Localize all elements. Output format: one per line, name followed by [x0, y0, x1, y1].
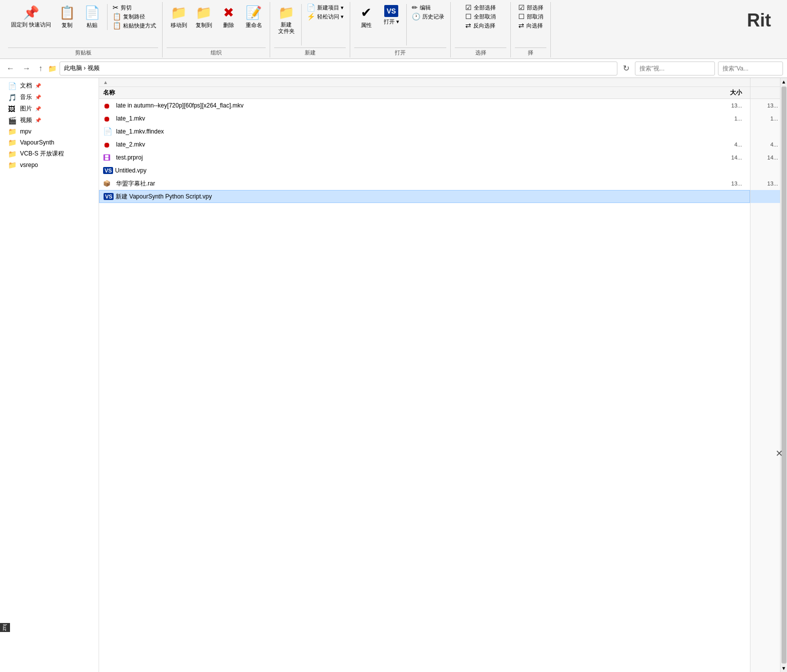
scroll-down-button[interactable]: ▼	[780, 664, 787, 672]
paste-shortcut-icon: 📋	[113, 22, 121, 30]
file-row-4[interactable]: ⏺ late_2.mkv 4...	[99, 138, 750, 151]
file-size-5: 14...	[706, 154, 746, 160]
cut-button[interactable]: ✂ 剪切	[111, 3, 158, 12]
partial-cancel-icon: ☐	[518, 12, 525, 20]
address-path-input[interactable]	[60, 62, 617, 76]
ribbon: 📌 固定到 快速访问 📋 复制 📄 粘贴 ✂ 剪切	[0, 0, 787, 59]
mpv-icon: 📁	[8, 128, 17, 136]
sort-arrow-row: ▲	[99, 78, 750, 87]
file-icon-vpy2: VS	[104, 193, 114, 200]
partial-select-icon: ☑	[518, 4, 525, 12]
partial-cancel-button[interactable]: ☐ 部取消	[516, 12, 545, 21]
partial-invert-button[interactable]: ⇄ 向选择	[516, 21, 545, 30]
partial-select-button[interactable]: ☑ 部选择	[516, 3, 545, 12]
file-row-8[interactable]: VS 新建 VapourSynth Python Script.vpy	[99, 190, 750, 203]
invert-select-button[interactable]: ⇄ 反向选择	[463, 21, 498, 30]
new-item-icon: 📄	[307, 4, 315, 12]
sidebar-item-mpv[interactable]: 📁 mpv	[0, 126, 99, 137]
pin-indicator: 📌	[35, 83, 41, 88]
sidebar-item-documents[interactable]: 📄 文档 📌	[0, 80, 99, 92]
address-bar: ← → ↑ 📁 ↻	[0, 59, 787, 78]
sidebar-item-videos[interactable]: 🎬 视频 📌	[0, 114, 99, 126]
open-button[interactable]: VS 打开 ▾	[379, 3, 403, 28]
left-edge-label: luz	[0, 623, 10, 632]
new-folder-button[interactable]: 📁 新建文件夹	[274, 3, 298, 36]
delete-button[interactable]: ✖ 删除	[217, 3, 241, 31]
copy-to-button[interactable]: 📁 复制到	[192, 3, 216, 31]
col-size-header[interactable]: 大小	[706, 88, 746, 97]
paste-shortcut-button[interactable]: 📋 粘贴快捷方式	[111, 21, 158, 30]
up-button[interactable]: ↑	[36, 63, 45, 74]
file-icon-mkv3: ⏺	[103, 140, 113, 149]
search-input-2[interactable]	[718, 62, 783, 76]
size-row-6	[750, 164, 780, 177]
sidebar-item-pictures[interactable]: 🖼 图片 📌	[0, 103, 99, 114]
file-name-5: test.prproj	[116, 154, 706, 161]
clipboard-label: 剪贴板	[8, 48, 158, 56]
properties-button[interactable]: ✔ 属性	[354, 3, 378, 31]
file-row-6[interactable]: VS Untitled.vpy	[99, 164, 750, 177]
size-row-1: 13...	[750, 99, 780, 112]
divider	[107, 4, 108, 30]
copy-button[interactable]: 📋 复制	[55, 3, 79, 31]
partial-buttons: ☑ 部选择 ☐ 部取消 ⇄ 向选择	[516, 3, 545, 30]
back-button[interactable]: ←	[4, 63, 17, 74]
partial-invert-icon: ⇄	[518, 22, 524, 30]
scroll-thumb[interactable]	[781, 86, 786, 664]
rename-icon: 📝	[246, 5, 262, 20]
deselect-all-button[interactable]: ☐ 全部取消	[463, 12, 498, 21]
file-name-2: late_1.mkv	[116, 115, 706, 122]
vsrepo-icon: 📁	[8, 161, 17, 169]
ribbon-group-new: 📁 新建文件夹 📄 新建项目 ▾ ⚡ 轻松访问 ▾ 新建	[270, 2, 350, 58]
forward-button[interactable]: →	[20, 63, 33, 74]
history-button[interactable]: 🕐 历史记录	[410, 12, 446, 21]
new-label: 新建	[274, 48, 346, 56]
sidebar-item-label: VapourSynth	[20, 139, 55, 146]
rename-button[interactable]: 📝 重命名	[242, 3, 266, 31]
scroll-up-button[interactable]: ▲	[780, 78, 787, 86]
paste-icon: 📄	[84, 5, 100, 20]
search-input[interactable]	[635, 62, 715, 76]
sidebar-item-label: vsrepo	[20, 162, 38, 168]
easy-access-icon: ⚡	[307, 12, 315, 20]
vertical-scrollbar[interactable]: ▲ ▼	[780, 78, 787, 672]
sidebar-item-vsrepo[interactable]: 📁 vsrepo	[0, 160, 99, 170]
edit-icon: ✏	[412, 4, 418, 12]
main-area: 📄 文档 📌 🎵 音乐 📌 🖼 图片 📌 🎬 视频 📌 📁 mpv 📁 Vapo…	[0, 78, 787, 672]
col-name-header[interactable]: 名称	[103, 88, 706, 97]
sidebar-item-label: 文档	[20, 82, 32, 90]
file-row-5[interactable]: 🎞 test.prproj 14...	[99, 151, 750, 164]
sidebar-item-vcbs[interactable]: 📁 VCB-S 开放课程	[0, 148, 99, 160]
select-all-icon: ☑	[465, 4, 472, 12]
size-row-2: 1...	[750, 112, 780, 125]
new-item-button[interactable]: 📄 新建项目 ▾	[305, 3, 346, 12]
pin-icon: 📌	[23, 5, 39, 20]
sort-up-arrow: ▲	[103, 80, 108, 85]
new-section: 📁 新建文件夹 📄 新建项目 ▾ ⚡ 轻松访问 ▾	[274, 3, 346, 46]
divider2	[301, 4, 302, 46]
file-name-4: late_2.mkv	[116, 141, 706, 148]
file-row-7[interactable]: 📦 华盟字幕社.rar 13...	[99, 177, 750, 190]
move-to-button[interactable]: 📁 移动到	[167, 3, 191, 31]
pin-button[interactable]: 📌 固定到 快速访问	[8, 3, 54, 30]
refresh-button[interactable]: ↻	[620, 62, 632, 74]
file-name-8: 新建 VapourSynth Python Script.vpy	[116, 192, 705, 201]
file-row-3[interactable]: 📄 late_1.mkv.ffindex	[99, 125, 750, 138]
file-size-2: 1...	[706, 116, 746, 122]
pictures-icon: 🖼	[8, 105, 17, 113]
edit-button[interactable]: ✏ 编辑	[410, 3, 446, 12]
partial-section: ☑ 部选择 ☐ 部取消 ⇄ 向选择	[516, 3, 545, 46]
paste-button[interactable]: 📄 粘贴	[80, 3, 104, 31]
sidebar-item-label: 图片	[20, 104, 32, 113]
explorer-close-button[interactable]: ✕	[775, 448, 783, 459]
file-row-1[interactable]: ⏺ late in autumn--key[720p][60fps][x264_…	[99, 99, 750, 112]
file-row-2[interactable]: ⏺ late_1.mkv 1...	[99, 112, 750, 125]
copy-path-button[interactable]: 📋 复制路径	[111, 12, 158, 21]
select-all-button[interactable]: ☑ 全部选择	[463, 3, 498, 12]
sidebar-item-music[interactable]: 🎵 音乐 📌	[0, 92, 99, 103]
file-area-wrapper: ▲ 名称 大小 ⏺ late in autumn--key[720p][60fp…	[99, 78, 787, 672]
easy-access-button[interactable]: ⚡ 轻松访问 ▾	[305, 12, 346, 21]
file-name-3: late_1.mkv.ffindex	[116, 128, 706, 135]
sidebar-item-vapoursynth[interactable]: 📁 VapourSynth	[0, 137, 99, 148]
file-list-area: ▲ 名称 大小 ⏺ late in autumn--key[720p][60fp…	[99, 78, 750, 672]
